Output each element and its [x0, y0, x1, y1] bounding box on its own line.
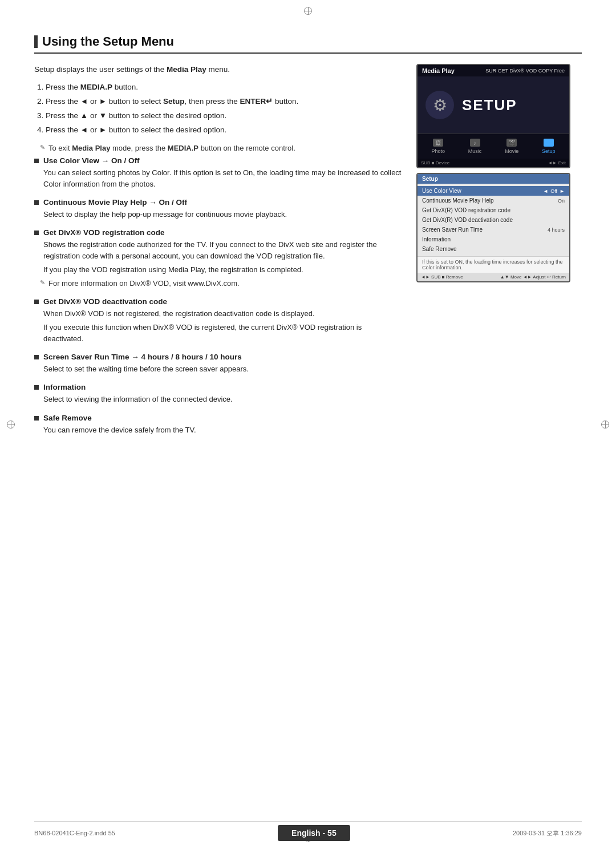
menu-row-use-color-view: Use Color View ◄ Off ► — [418, 186, 569, 196]
bullet-icon — [34, 200, 39, 205]
tv-nav-music: ♪ Music — [468, 139, 482, 154]
note-divx-text: For more information on DivX® VOD, visit… — [48, 278, 240, 289]
menu-row-label-information: Information — [422, 236, 451, 242]
section-use-color-view-body: You can select sorting photos by Color. … — [43, 167, 403, 190]
tv-nav-setup-label: Setup — [542, 148, 556, 154]
menu-row-label-safe-remove: Safe Remove — [422, 246, 457, 252]
tv-nav-photo-label: Photo — [431, 148, 445, 154]
tv-usb-info: SUR GET DivX® VOD COPY Free — [485, 68, 565, 74]
section-divx-deact-body2: If you execute this function when DivX® … — [43, 322, 403, 345]
page-title: Using the Setup Menu — [42, 34, 174, 49]
bottom-bar: BN68-02041C-Eng-2.indd 55 English - 55 2… — [34, 821, 582, 841]
steps-list: Press the MEDIA.P button. Press the ◄ or… — [46, 81, 403, 137]
bullet-icon — [34, 416, 39, 421]
menu-row-value-screen-saver: 4 hours — [548, 227, 565, 233]
english-page-badge: English - 55 — [278, 825, 350, 841]
tv-menu-bottom-bar: ◄► SUB ■ Remove ▲▼ Move ◄► Adjust ↩ Retu… — [418, 273, 569, 281]
tv-menu-bottom-controls: ▲▼ Move ◄► Adjust ↩ Return — [500, 274, 566, 280]
section-use-color-view-title: Use Color View → On / Off — [43, 156, 140, 165]
tv-setup-area: ⚙ SETUP — [418, 76, 569, 134]
note-divx: ✎ For more information on DivX® VOD, vis… — [40, 278, 403, 289]
menu-row-information: Information — [418, 235, 569, 244]
section-screen-saver-title: Screen Saver Run Time → 4 hours / 8 hour… — [43, 353, 242, 361]
menu-row-controls-continuous-movie: On — [558, 198, 565, 204]
menu-row-label-use-color-view: Use Color View — [422, 188, 461, 194]
english-page-label: English - 55 — [291, 828, 337, 838]
menu-row-label-continuous-movie: Continuous Movie Play Help — [422, 197, 494, 204]
tv-menu-bottom-nav: ◄► SUB ■ Remove — [421, 274, 463, 280]
menu-row-label-divx-deact: Get DivX(R) VOD deactivation code — [422, 217, 513, 223]
section-continuous-movie-body: Select to display the help pop-up messag… — [43, 209, 403, 220]
tv-screenshots-column: Media Play SUR GET DivX® VOD COPY Free ⚙… — [416, 64, 582, 444]
section-continuous-movie: Continuous Movie Play Help → On / Off Se… — [34, 198, 403, 220]
section-divx-deactivation: Get DivX® VOD deactivation code When Div… — [34, 297, 403, 345]
bottom-file-info: BN68-02041C-Eng-2.indd 55 — [34, 830, 115, 836]
section-divx-deact-title: Get DivX® VOD deactivation code — [43, 297, 167, 306]
note-divx-icon: ✎ — [40, 279, 45, 286]
menu-row-safe-remove: Safe Remove — [418, 244, 569, 254]
menu-row-label-divx-reg: Get DivX(R) VOD registration code — [422, 207, 510, 213]
menu-row-controls-use-color-view: ◄ Off ► — [543, 188, 565, 194]
note-icon: ✎ — [40, 144, 45, 151]
step-4: Press the ◄ or ► button to select the de… — [46, 124, 403, 137]
tv-nav-setup: ⚙ Setup — [542, 139, 556, 154]
bullet-icon — [34, 385, 39, 390]
menu-row-continuous-movie: Continuous Movie Play Help On — [418, 196, 569, 205]
movie-nav-icon: 🎬 — [506, 139, 517, 147]
section-safe-remove: Safe Remove You can remove the device sa… — [34, 414, 403, 436]
section-divx-deact-body1: When DivX® VOD is not registered, the re… — [43, 308, 403, 320]
tv-nav-movie-label: Movie — [505, 148, 518, 154]
section-divx-reg-body2: If you play the VOD registration using M… — [43, 264, 403, 276]
tv-screen-1: Media Play SUR GET DivX® VOD COPY Free ⚙… — [416, 64, 570, 168]
tv-screen-2: Setup Use Color View ◄ Off ► Continuous … — [416, 173, 570, 282]
section-use-color-view: Use Color View → On / Off You can select… — [34, 156, 403, 190]
bottom-timestamp: 2009-03-31 오후 1:36:29 — [513, 829, 582, 838]
section-screen-saver-body: Select to set the waiting time before th… — [43, 363, 403, 375]
setup-label: SETUP — [462, 96, 517, 114]
section-divx-reg-body1: Shows the registration code authorized f… — [43, 239, 403, 262]
note-exit: ✎ To exit Media Play mode, press the MED… — [40, 143, 403, 154]
section-information: Information Select to viewing the inform… — [34, 383, 403, 405]
note-text: To exit Media Play mode, press the MEDIA… — [48, 143, 295, 154]
menu-row-value-use-color-view: Off — [550, 188, 557, 194]
section-continuous-movie-title: Continuous Movie Play Help → On / Off — [43, 198, 187, 207]
intro-paragraph: Setup displays the user settings of the … — [34, 64, 403, 75]
menu-row-value-continuous-movie: On — [558, 198, 565, 204]
section-safe-remove-title: Safe Remove — [43, 414, 92, 422]
section-information-body: Select to viewing the information of the… — [43, 394, 403, 405]
tv-menu-list: Use Color View ◄ Off ► Continuous Movie … — [418, 184, 569, 256]
section-safe-remove-body: You can remove the device safely from th… — [43, 424, 403, 436]
tv-nav-photo: 🖼 Photo — [431, 139, 445, 154]
step-2: Press the ◄ or ► button to select Setup,… — [46, 95, 403, 108]
bullet-icon — [34, 159, 39, 163]
tv-menu-note: If this is set to ON, the loading time i… — [418, 256, 569, 273]
menu-row-controls-screen-saver: 4 hours — [548, 227, 565, 233]
music-nav-icon: ♪ — [470, 139, 480, 147]
gear-icon: ⚙ — [425, 91, 454, 119]
section-title: Using the Setup Menu — [34, 34, 582, 54]
tv-menu-header: Setup — [418, 174, 569, 184]
menu-row-screen-saver: Screen Saver Run Time 4 hours — [418, 225, 569, 235]
menu-row-divx-reg: Get DivX(R) VOD registration code — [418, 205, 569, 215]
photo-nav-icon: 🖼 — [433, 139, 443, 147]
bullet-icon — [34, 300, 39, 304]
bullet-icon — [34, 231, 39, 235]
tv-title-1: Media Play — [422, 67, 455, 74]
setup-nav-icon: ⚙ — [544, 139, 554, 147]
section-divx-reg-title: Get DivX® VOD registration code — [43, 228, 165, 237]
bullet-icon — [34, 355, 39, 359]
tv-bottom-left-1: SUB ■ Device — [421, 160, 449, 165]
tv-nav-bar: 🖼 Photo ♪ Music 🎬 Movie ⚙ Setup — [418, 134, 569, 159]
section-information-title: Information — [43, 383, 86, 391]
menu-row-divx-deact: Get DivX(R) VOD deactivation code — [418, 215, 569, 225]
tv-bottom-right-1: ◄► Exit — [548, 160, 566, 165]
tv-nav-music-label: Music — [468, 148, 482, 154]
step-1: Press the MEDIA.P button. — [46, 81, 403, 94]
tv-nav-movie: 🎬 Movie — [505, 139, 518, 154]
section-screen-saver: Screen Saver Run Time → 4 hours / 8 hour… — [34, 353, 403, 375]
step-3: Press the ▲ or ▼ button to select the de… — [46, 110, 403, 123]
section-divx-registration: Get DivX® VOD registration code Shows th… — [34, 228, 403, 289]
content-left: Setup displays the user settings of the … — [34, 64, 403, 444]
title-bar-decoration — [34, 35, 38, 48]
tv-bottom-bar-1: SUB ■ Device ◄► Exit — [418, 159, 569, 167]
